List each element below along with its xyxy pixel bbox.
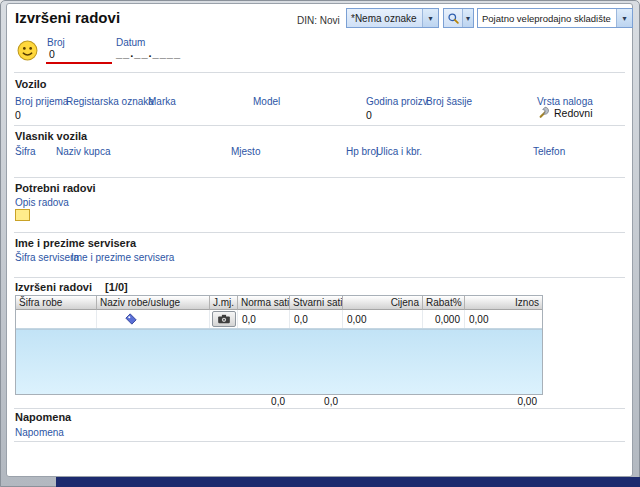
col-header-sifra-robe: Šifra robe — [16, 296, 97, 310]
section-title-serviser: Ime i prezime servisera — [15, 237, 136, 249]
table-header-row: Šifra robe Naziv robe/usluge J.mj. Norma… — [16, 296, 542, 310]
col-header-naziv: Naziv robe/usluge — [97, 296, 210, 310]
opis-radova-input[interactable] — [15, 209, 30, 221]
broj-input[interactable]: 0 — [49, 48, 55, 60]
search-icon — [444, 12, 462, 25]
telefon-label: Telefon — [533, 146, 565, 157]
warehouse-combo[interactable]: Pojatno veleprodajno skladište ▾ — [477, 8, 633, 28]
total-stvarni: 0,0 — [289, 394, 342, 407]
total-norma: 0,0 — [237, 394, 289, 407]
mjesto-label: Mjesto — [231, 146, 260, 157]
bottom-navy-bar — [56, 477, 640, 487]
cell-naziv[interactable] — [97, 310, 210, 328]
label-combo[interactable]: *Nema oznake ▾ — [346, 8, 439, 28]
search-split-button[interactable]: ▾ — [443, 8, 474, 28]
wrench-icon — [538, 105, 552, 119]
broj-label: Broj — [47, 37, 65, 48]
tag-icon[interactable] — [125, 313, 137, 325]
opis-radova-label: Opis radova — [15, 197, 69, 208]
separator — [14, 72, 625, 73]
chevron-down-icon[interactable]: ▾ — [462, 9, 473, 27]
broj-required-underline — [46, 62, 112, 64]
chevron-down-icon[interactable]: ▾ — [422, 9, 438, 27]
registarska-label: Registarska oznaka — [66, 96, 154, 107]
label-combo-value: *Nema oznake — [347, 13, 422, 24]
col-header-stvarni: Stvarni sati — [290, 296, 343, 310]
form-panel: Izvršeni radovi DIN: Novi *Nema oznake ▾… — [6, 3, 633, 477]
napomena-label: Napomena — [15, 427, 64, 438]
cell-jmj — [210, 310, 238, 328]
col-header-rabat: Rabat% — [423, 296, 465, 310]
ulica-label: Ulica i kbr. — [376, 146, 422, 157]
sasija-label: Broj šasije — [426, 96, 472, 107]
total-empty — [342, 394, 422, 407]
section-title-napomena: Napomena — [15, 411, 71, 423]
naziv-kupca-label: Naziv kupca — [56, 146, 110, 157]
chevron-down-icon[interactable]: ▾ — [616, 9, 632, 27]
table-row[interactable]: 0,0 0,0 0,00 0,000 0,00 — [16, 310, 542, 329]
app-window: Izvršeni radovi DIN: Novi *Nema oznake ▾… — [0, 0, 640, 487]
separator — [14, 408, 625, 409]
broj-prijema-label: Broj prijema — [15, 96, 68, 107]
separator — [14, 441, 625, 442]
section-title-vlasnik: Vlasnik vozila — [15, 130, 87, 142]
table-totals-row: 0,0 0,0 0,00 — [15, 394, 541, 407]
total-empty — [96, 394, 209, 407]
section-title-vozilo: Vozilo — [15, 78, 47, 90]
marka-label: Marka — [148, 96, 176, 107]
total-iznos: 0,00 — [464, 394, 541, 407]
warehouse-combo-value: Pojatno veleprodajno skladište — [478, 13, 616, 24]
col-header-iznos: Iznos — [465, 296, 542, 310]
godina-label: Godina proizv. — [366, 96, 430, 107]
izvrseni-title: Izvršeni radovi — [15, 281, 92, 293]
din-status: DIN: Novi — [297, 15, 340, 26]
cell-cijena[interactable]: 0,00 — [343, 310, 423, 328]
sifra-servisera-label: Šifra servisera — [15, 252, 79, 263]
col-header-norma: Norma sati — [238, 296, 290, 310]
godina-value: 0 — [366, 109, 372, 121]
section-title-potrebni: Potrebni radovi — [15, 182, 96, 194]
cell-stvarni[interactable]: 0,0 — [290, 310, 343, 328]
sifra-label: Šifra — [15, 146, 36, 157]
vrsta-naloga-value: Redovni — [554, 107, 593, 119]
datum-input[interactable]: __.__.____ — [116, 47, 181, 59]
broj-prijema-value: 0 — [15, 109, 21, 121]
total-empty — [15, 394, 96, 407]
table-empty-area[interactable] — [16, 329, 542, 394]
cell-iznos[interactable]: 0,00 — [465, 310, 542, 328]
separator — [14, 232, 625, 233]
camera-icon[interactable] — [212, 311, 236, 327]
total-empty — [209, 394, 237, 407]
separator — [14, 125, 625, 126]
section-title-izvrseni: Izvršeni radovi [1/0] — [15, 281, 128, 293]
col-header-jmj: J.mj. — [210, 296, 238, 310]
separator — [14, 277, 625, 278]
hp-broj-label: Hp broj — [346, 146, 378, 157]
page-title: Izvršeni radovi — [15, 9, 120, 26]
ime-servisera-label: Ime i prezime servisera — [71, 252, 174, 263]
izvrseni-counter: [1/0] — [105, 281, 128, 293]
cell-sifra-robe[interactable] — [16, 310, 97, 328]
cell-norma[interactable]: 0,0 — [238, 310, 290, 328]
separator — [14, 177, 625, 178]
total-empty — [422, 394, 464, 407]
col-header-cijena: Cijena — [343, 296, 423, 310]
cell-rabat[interactable]: 0,000 — [423, 310, 465, 328]
smiley-icon — [17, 40, 38, 61]
model-label: Model — [253, 96, 280, 107]
works-table: Šifra robe Naziv robe/usluge J.mj. Norma… — [15, 295, 543, 395]
